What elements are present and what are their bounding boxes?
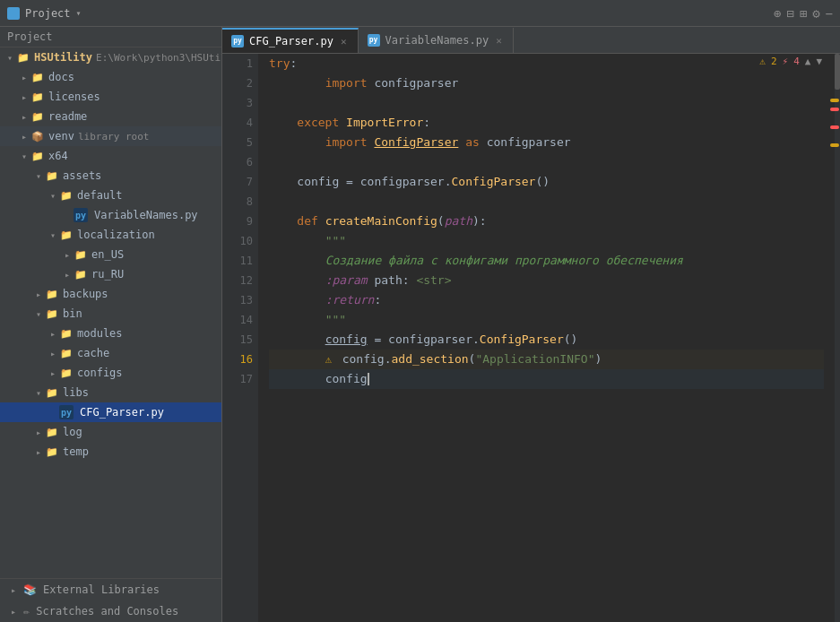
minimize-icon[interactable]: − (826, 6, 833, 21)
token-dot-7: . (445, 172, 452, 192)
minimap[interactable] (835, 54, 840, 622)
tree-item-docs[interactable]: 📁 docs (0, 67, 221, 87)
tree-item-x64[interactable]: 📁 x64 (0, 146, 221, 166)
ln-8: 8 (222, 192, 253, 212)
ln-10: 10 (222, 231, 253, 251)
ln-7: 7 (222, 172, 253, 192)
token-appinfo: "ApplicationINFO" (475, 350, 594, 369)
scratches-consoles-item[interactable]: ✏ Scratches and Consoles (0, 600, 221, 622)
tree-item-hsutility[interactable]: 📁 HSUtility E:\Work\python3\HSUtility (0, 48, 221, 67)
ln-14: 14 (222, 310, 253, 330)
venv-extra: library root (78, 131, 149, 143)
tree-item-log[interactable]: 📁 log (0, 422, 221, 442)
arrow-assets (32, 171, 45, 181)
settings-icon[interactable]: ⚙ (812, 6, 819, 21)
ws-12 (269, 271, 325, 290)
arrow-temp (32, 447, 45, 457)
label-venv: venv (48, 130, 74, 143)
tree-item-ru-ru[interactable]: 📁 ru_RU (0, 264, 221, 284)
arrow-readme (18, 112, 30, 122)
sidebar: Project 📁 HSUtility E:\Work\python3\HSUt… (0, 27, 222, 622)
tree-item-backups[interactable]: 📁 backups (0, 284, 221, 304)
code-line-3 (269, 93, 824, 113)
token-cp-7: configparser (360, 172, 445, 192)
tab-label-varnames: VariableNames.py (385, 34, 489, 47)
gutter-error-2 (830, 125, 839, 129)
code-line-17: config (269, 369, 824, 389)
dropdown-arrow[interactable]: ▾ (76, 8, 82, 18)
tree-item-en-us[interactable]: 📁 en_US (0, 245, 221, 264)
ws-10 (269, 231, 325, 251)
folder-icon-localization: 📁 (59, 228, 74, 242)
folder-icon-backups: 📁 (45, 287, 59, 301)
path-hsutility: E:\Work\python3\HSUtility (96, 52, 221, 64)
ws-4 (269, 113, 297, 133)
ln-6: 6 (222, 152, 253, 172)
arrow-libs (32, 388, 45, 398)
tree-item-cfgparser[interactable]: py CFG_Parser.py (0, 402, 221, 422)
tree-item-default[interactable]: 📁 default (0, 186, 221, 205)
label-cfgparser: CFG_Parser.py (80, 406, 164, 419)
external-libraries-item[interactable]: 📚 External Libraries (0, 579, 221, 600)
add-icon[interactable]: ⊕ (774, 6, 781, 21)
tree-item-licenses[interactable]: 📁 licenses (0, 87, 221, 107)
token-path-param: path (445, 212, 472, 231)
code-line-16: ⚠ config.add_section("ApplicationINFO") (269, 350, 824, 369)
ws-16 (269, 350, 325, 369)
folder-icon-docs: 📁 (30, 70, 45, 84)
tab-close-cfg[interactable]: ✕ (339, 35, 349, 48)
token-def: def (297, 212, 317, 231)
split-icon[interactable]: ⊞ (800, 6, 807, 21)
token-config-7: config (297, 172, 339, 192)
gutter-warn-2 (830, 143, 839, 147)
code-line-9: def createMainConfig(path): (269, 212, 824, 231)
tree-item-assets[interactable]: 📁 assets (0, 166, 221, 186)
tree-item-modules[interactable]: 📁 modules (0, 324, 221, 343)
tree-item-readme[interactable]: 📁 readme (0, 107, 221, 126)
label-readme: readme (48, 110, 87, 123)
token-str-12: <str> (416, 271, 451, 290)
tree-item-bin[interactable]: 📁 bin (0, 304, 221, 324)
code-line-15: config = configparser.ConfigParser() (269, 330, 824, 350)
sidebar-title: Project (7, 30, 53, 43)
token-importerror: ImportError (346, 113, 423, 133)
tab-cfg-parser[interactable]: py CFG_Parser.py ✕ (222, 28, 359, 53)
ws-7 (269, 172, 297, 192)
minimap-thumb[interactable] (835, 54, 840, 90)
token-tripleq-10: """ (325, 231, 346, 251)
code-editor[interactable]: try: import configparser except ImportEr… (258, 54, 835, 622)
sp-16 (335, 350, 342, 369)
arrow-hsutility (4, 53, 16, 63)
ws-9 (269, 212, 297, 231)
folder-icon-temp: 📁 (45, 445, 59, 459)
token-cp-15: configparser (388, 330, 472, 350)
ext-lib-icon: 📚 (23, 583, 37, 596)
arrow-log (32, 428, 45, 437)
layout-icon[interactable]: ⊟ (786, 6, 793, 21)
token-as: as (465, 133, 480, 152)
sp-15a (368, 330, 375, 350)
token-try: try (269, 54, 290, 73)
tree-item-cache[interactable]: 📁 cache (0, 343, 221, 363)
tree-item-temp[interactable]: 📁 temp (0, 442, 221, 462)
gutter-warn-1 (830, 99, 839, 102)
label-x64: x64 (48, 150, 68, 162)
editor-container: ⚠ 2 ⚡ 4 ▲ ▼ 1 2 3 4 5 6 7 8 9 (222, 54, 840, 622)
tab-icon-varnames: py (368, 34, 380, 47)
tree-item-localization[interactable]: 📁 localization (0, 225, 221, 245)
token-colon-1: : (290, 54, 297, 73)
ln-12: 12 (222, 271, 253, 290)
arrow-bin (32, 309, 45, 319)
tab-variable-names[interactable]: py VariableNames.py ✕ (359, 28, 514, 53)
arrow-localization (47, 230, 59, 240)
token-import-2: import (325, 73, 368, 93)
tree-item-configs[interactable]: 📁 configs (0, 363, 221, 383)
tree-item-libs[interactable]: 📁 libs (0, 383, 221, 402)
tree-item-venv[interactable]: 📦 venv library root (0, 126, 221, 146)
token-tripleq-14: """ (325, 310, 346, 330)
label-cache: cache (77, 347, 109, 359)
tree-item-variablenames[interactable]: py VariableNames.py (0, 205, 221, 225)
sp-7b (353, 172, 360, 192)
tab-close-varnames[interactable]: ✕ (494, 34, 504, 48)
folder-icon-configs: 📁 (59, 366, 74, 380)
